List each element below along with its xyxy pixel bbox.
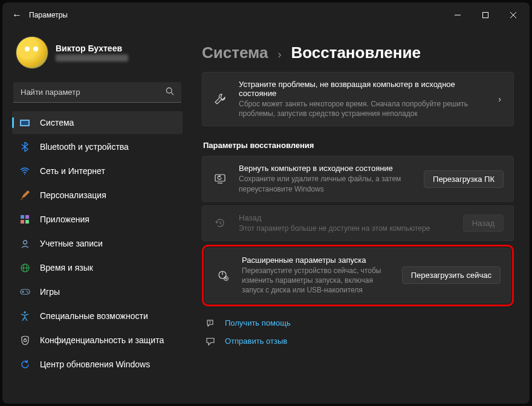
shield-icon [19,335,30,346]
nav-item-apps[interactable]: Приложения [12,208,183,231]
minimize-button[interactable] [444,5,472,25]
settings-window: ← Параметры Виктор Бухтеев [2,2,530,404]
svg-point-4 [166,88,172,93]
nav-label: Учетные записи [40,239,103,248]
svg-rect-22 [24,340,26,342]
nav-item-privacy[interactable]: Конфиденциальность и защита [12,329,183,352]
card-title: Расширенные параметры запуска [242,256,391,265]
svg-rect-8 [21,215,24,219]
reset-icon [212,173,228,184]
svg-rect-7 [21,198,23,200]
reset-pc-button[interactable]: Перезагрузка ПК [424,170,504,188]
page-title: Восстановление [291,44,420,62]
card-title: Устраните проблемы, не возвращая компьют… [239,80,485,98]
card-desc: Сброс может занять некоторое время. Снач… [239,99,485,118]
nav-label: Центр обновления Windows [40,359,150,369]
nav-item-time[interactable]: Время и язык [12,256,183,279]
apps-icon [19,214,30,225]
svg-rect-1 [483,13,488,18]
nav-item-accessibility[interactable]: Специальные возможности [12,304,183,327]
nav-item-bluetooth[interactable]: Bluetooth и устройства [12,135,183,158]
svg-line-26 [220,224,222,225]
chevron-right-icon: › [277,48,281,61]
bluetooth-icon [19,141,30,152]
svg-point-21 [24,311,26,314]
card-title: Вернуть компьютер в исходное состояние [239,164,413,173]
reset-pc-card: Вернуть компьютер в исходное состояние С… [202,156,514,201]
globe-icon [19,262,30,273]
profile-email [56,54,128,62]
update-icon [19,359,30,370]
nav-label: Приложения [40,214,89,224]
back-button[interactable]: ← [5,10,29,21]
svg-rect-11 [25,220,29,224]
svg-rect-9 [25,215,29,219]
nav-label: Специальные возможности [40,311,148,321]
nav-item-gaming[interactable]: Игры [12,280,183,303]
close-button[interactable] [499,5,527,25]
svg-line-5 [171,92,174,95]
svg-point-30 [225,278,227,279]
search-box[interactable] [13,82,181,103]
brush-icon [19,190,30,201]
feedback-icon [204,337,216,346]
nav-label: Время и язык [40,263,93,272]
nav-item-personalization[interactable]: Персонализация [12,184,183,207]
chevron-right-icon: › [496,94,504,104]
footer-links: ? Получить помощь Отправить отзыв [202,318,514,346]
maximize-button[interactable] [472,5,499,25]
link-label: Отправить отзыв [225,337,287,346]
section-title: Параметры восстановления [203,141,514,150]
go-back-button: Назад [463,214,504,232]
nav-item-update[interactable]: Центр обновления Windows [12,353,183,376]
content-area: Система › Восстановление Устраните пробл… [190,28,530,404]
search-icon [166,87,174,97]
search-input[interactable] [21,88,166,97]
restart-now-button[interactable]: Перезагрузить сейчас [402,266,501,284]
get-help-link[interactable]: ? Получить помощь [204,318,514,328]
nav-item-accounts[interactable]: Учетные записи [12,232,183,255]
wrench-icon [212,93,228,105]
profile-name: Виктор Бухтеев [56,44,128,53]
svg-rect-10 [21,220,24,224]
troubleshoot-card[interactable]: Устраните проблемы, не возвращая компьют… [202,72,514,126]
help-icon: ? [204,318,216,328]
window-title: Параметры [29,11,68,19]
nav-label: Сеть и Интернет [40,166,105,176]
nav-label: Игры [40,287,60,297]
wifi-icon [19,166,30,176]
feedback-link[interactable]: Отправить отзыв [204,337,514,346]
highlight-annotation: Расширенные параметры запуска Перезапуст… [202,245,514,306]
svg-point-20 [27,292,28,293]
profile-block[interactable]: Виктор Бухтеев [12,31,183,79]
nav-list: Система Bluetooth и устройства Сеть и Ин… [12,111,183,376]
nav-label: Bluetooth и устройства [40,142,129,152]
go-back-card: Назад Этот параметр больше не доступен н… [202,205,514,241]
svg-text:?: ? [209,320,211,324]
nav-item-system[interactable]: Система [12,111,183,134]
advanced-startup-card: Расширенные параметры запуска Перезапуст… [205,248,511,303]
power-gear-icon [215,269,231,282]
accounts-icon [19,238,30,249]
svg-point-29 [224,276,229,280]
breadcrumb-parent[interactable]: Система [202,44,268,62]
svg-point-12 [23,240,27,244]
breadcrumb: Система › Восстановление [202,44,514,62]
link-label: Получить помощь [225,318,291,327]
titlebar: ← Параметры [2,2,530,28]
nav-label: Система [40,118,74,127]
card-title: Назад [239,213,452,222]
card-desc: Сохраните или удалите личные файлы, а за… [239,174,413,193]
accessibility-icon [19,311,30,321]
avatar [16,36,48,69]
sidebar: Виктор Бухтеев Система [2,28,190,404]
history-icon [212,217,228,229]
nav-item-network[interactable]: Сеть и Интернет [12,160,183,182]
nav-label: Конфиденциальность и защита [40,335,164,345]
svg-point-6 [24,173,25,175]
card-desc: Этот параметр больше не доступен на этом… [239,224,452,233]
svg-point-19 [26,291,27,292]
nav-label: Персонализация [40,190,106,200]
card-desc: Перезапустите устройство сейчас, чтобы и… [242,266,391,295]
system-icon [19,117,30,128]
